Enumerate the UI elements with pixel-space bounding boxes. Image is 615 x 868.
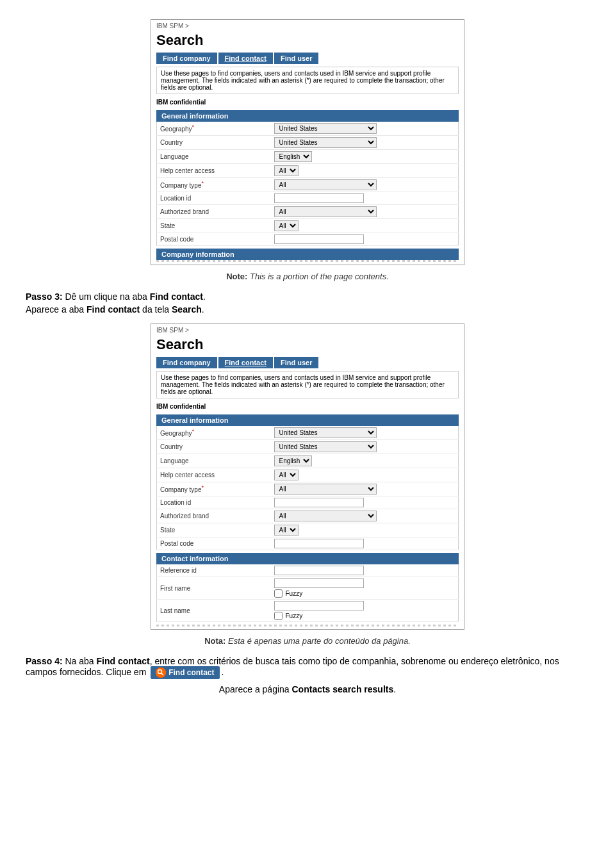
table-row: Language English xyxy=(157,150,459,164)
state-select-2[interactable]: All xyxy=(274,525,299,536)
info-text-2: Use these pages to find companies, users… xyxy=(161,374,445,395)
tabs-2: Find company Find contact Find user xyxy=(151,357,464,368)
postal-code-input-1[interactable] xyxy=(274,234,364,244)
table-row: Location id xyxy=(157,192,459,205)
step-4-text: Passo 4: Na aba Find contact, entre com … xyxy=(26,656,589,679)
country-label-2: Country xyxy=(157,440,272,454)
breadcrumb-2: IBM SPM > xyxy=(151,324,464,335)
postal-code-input-2[interactable] xyxy=(274,539,364,548)
find-contact-button-inline[interactable]: Find contact xyxy=(151,666,219,679)
first-name-label: First name xyxy=(157,577,272,600)
step-3-sub-text: Aparece a aba Find contact da tela Searc… xyxy=(26,304,589,315)
state-value: All xyxy=(271,219,458,233)
location-id-input-1[interactable] xyxy=(274,193,364,203)
step-3-sub-1: Aparece a aba xyxy=(26,304,86,315)
table-row: Last name Fuzzy xyxy=(157,600,459,622)
general-info-header-2: General information xyxy=(156,414,459,426)
note-prefix-2: Nota: xyxy=(204,636,226,646)
geography-select-1[interactable]: United States xyxy=(274,123,377,134)
help-center-value-2: All xyxy=(271,468,458,482)
authorized-brand-value-2: All xyxy=(271,509,458,523)
last-name-fuzzy-row: Fuzzy xyxy=(274,612,455,620)
state-select-1[interactable]: All xyxy=(274,220,299,231)
help-center-select-2[interactable]: All xyxy=(274,470,299,480)
country-select-2[interactable]: United States xyxy=(274,441,377,452)
tab-find-contact-1[interactable]: Find contact xyxy=(218,53,273,64)
company-type-value: All xyxy=(271,178,458,192)
step-3-text-1: Dê um clique na aba xyxy=(63,291,150,302)
table-row: Company type* All xyxy=(157,178,459,192)
tab-find-user-2[interactable]: Find user xyxy=(274,357,319,368)
postal-code-value xyxy=(271,233,458,246)
last-name-fuzzy-checkbox[interactable] xyxy=(274,612,283,620)
help-center-value: All xyxy=(271,164,458,178)
table-row: Postal code xyxy=(157,537,459,550)
table-row: Company type* All xyxy=(157,482,459,496)
country-value: United States xyxy=(271,136,458,150)
last-name-input[interactable] xyxy=(274,601,364,610)
help-center-select-1[interactable]: All xyxy=(274,165,299,176)
tabs-1: Find company Find contact Find user xyxy=(151,53,464,64)
country-select-1[interactable]: United States xyxy=(274,137,377,148)
authorized-brand-label: Authorized brand xyxy=(157,205,272,219)
language-select-2[interactable]: English xyxy=(274,455,312,466)
location-id-input-2[interactable] xyxy=(274,498,364,507)
geography-select-2[interactable]: United States xyxy=(274,427,377,438)
step-4-label: Passo 4: xyxy=(26,656,63,666)
company-type-select-1[interactable]: All xyxy=(274,179,377,190)
confidential-2: IBM confidential xyxy=(151,401,464,412)
tab-find-contact-2[interactable]: Find contact xyxy=(218,357,273,368)
page-container: IBM SPM > Search Find company Find conta… xyxy=(26,19,589,694)
company-type-value-2: All xyxy=(271,482,458,496)
screenshot-panel-1: IBM SPM > Search Find company Find conta… xyxy=(151,19,464,265)
confidential-1: IBM confidential xyxy=(151,97,464,108)
last-name-label: Last name xyxy=(157,600,272,622)
authorized-brand-select-2[interactable]: All xyxy=(274,511,377,521)
company-type-select-2[interactable]: All xyxy=(274,484,377,495)
table-row: Location id xyxy=(157,496,459,509)
table-row: Help center access All xyxy=(157,468,459,482)
geography-value: United States xyxy=(271,122,458,136)
step-3-sub-2: da tela xyxy=(140,304,172,315)
authorized-brand-select-1[interactable]: All xyxy=(274,206,377,217)
table-row: Authorized brand All xyxy=(157,205,459,219)
table-row: Help center access All xyxy=(157,164,459,178)
tab-find-company-2[interactable]: Find company xyxy=(156,357,217,368)
req-asterisk: * xyxy=(201,484,204,491)
state-label-2: State xyxy=(157,523,272,537)
tab-find-user-1[interactable]: Find user xyxy=(274,53,319,64)
step-3-sub-bold: Find contact xyxy=(86,304,140,315)
svg-point-0 xyxy=(156,667,166,678)
panel-title-1: Search xyxy=(151,31,464,53)
table-row: Country United States xyxy=(157,440,459,454)
language-value-2: English xyxy=(271,454,458,468)
panel-bottom-fade-1 xyxy=(156,260,459,262)
language-label: Language xyxy=(157,150,272,164)
first-name-fuzzy-checkbox[interactable] xyxy=(274,589,283,598)
table-row: Reference id xyxy=(157,564,459,577)
table-row: Geography* United States xyxy=(157,426,459,440)
note-text-2: Esta é apenas uma parte do conteúdo da p… xyxy=(226,636,410,646)
language-label-2: Language xyxy=(157,454,272,468)
authorized-brand-label-2: Authorized brand xyxy=(157,509,272,523)
company-type-label-2: Company type* xyxy=(157,482,272,496)
find-contact-btn-label: Find contact xyxy=(168,668,214,677)
step-3-sub-bold2: Search xyxy=(172,304,202,315)
location-id-value xyxy=(271,192,458,205)
help-center-label-2: Help center access xyxy=(157,468,272,482)
reference-id-value xyxy=(271,564,458,577)
step-4-bold: Find contact xyxy=(97,656,150,666)
postal-code-value-2 xyxy=(271,537,458,550)
table-row: Postal code xyxy=(157,233,459,246)
step-4-text-1: Na aba xyxy=(63,656,97,666)
postal-code-label-2: Postal code xyxy=(157,537,272,550)
language-select-1[interactable]: English xyxy=(274,151,312,162)
info-box-2: Use these pages to find companies, users… xyxy=(156,371,459,398)
location-id-label: Location id xyxy=(157,192,272,205)
req-asterisk: * xyxy=(201,180,204,186)
table-row: Country United States xyxy=(157,136,459,150)
reference-id-input[interactable] xyxy=(274,566,364,575)
first-name-input[interactable] xyxy=(274,578,364,588)
panel-bottom-fade-2 xyxy=(156,625,459,626)
tab-find-company-1[interactable]: Find company xyxy=(156,53,217,64)
